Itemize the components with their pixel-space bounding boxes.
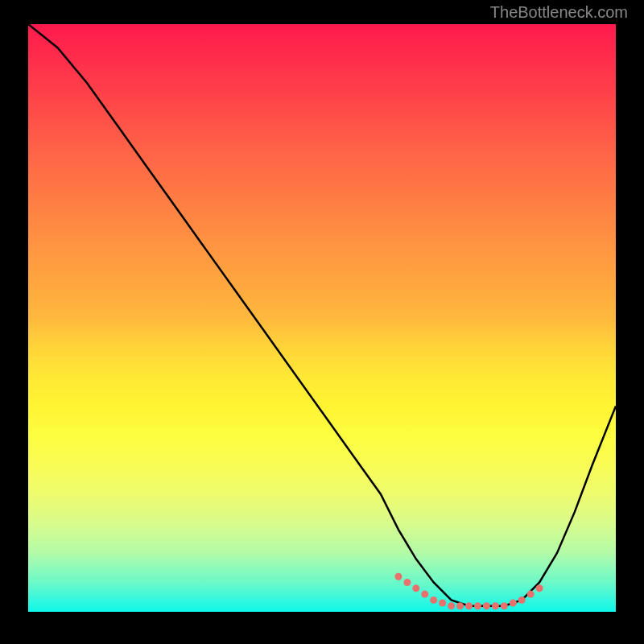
optimal-dot bbox=[492, 602, 499, 609]
optimal-dot bbox=[439, 600, 446, 607]
attribution-text: TheBottleneck.com bbox=[490, 3, 628, 22]
optimal-dot bbox=[412, 584, 419, 592]
optimal-dot bbox=[536, 584, 543, 592]
optimal-dot bbox=[430, 597, 437, 604]
optimal-dot bbox=[518, 597, 526, 604]
optimal-dot bbox=[474, 602, 481, 609]
optimal-dot bbox=[483, 602, 490, 609]
chart-dotted-region bbox=[394, 573, 543, 610]
optimal-dot bbox=[501, 602, 508, 609]
chart-curve bbox=[28, 24, 616, 606]
optimal-dot bbox=[421, 591, 428, 598]
optimal-dot bbox=[403, 579, 411, 586]
optimal-dot bbox=[510, 600, 517, 607]
optimal-dot bbox=[394, 573, 402, 580]
optimal-dot bbox=[527, 591, 535, 598]
chart-svg-overlay bbox=[28, 24, 616, 612]
optimal-dot bbox=[465, 602, 473, 609]
optimal-dot bbox=[448, 602, 455, 609]
optimal-dot bbox=[456, 602, 464, 609]
chart-plot-area bbox=[28, 24, 616, 612]
